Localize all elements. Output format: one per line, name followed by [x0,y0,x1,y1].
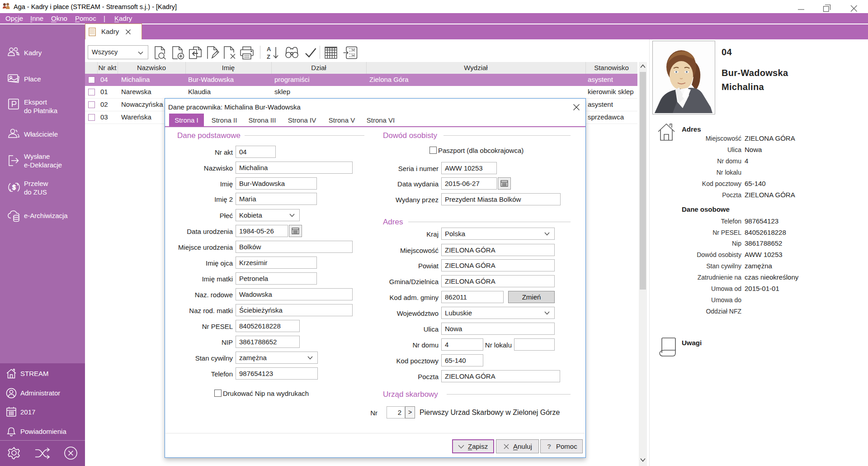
svg-text:$: $ [12,184,16,191]
svg-text:A: A [267,46,271,52]
svg-text:Z: Z [267,53,270,60]
